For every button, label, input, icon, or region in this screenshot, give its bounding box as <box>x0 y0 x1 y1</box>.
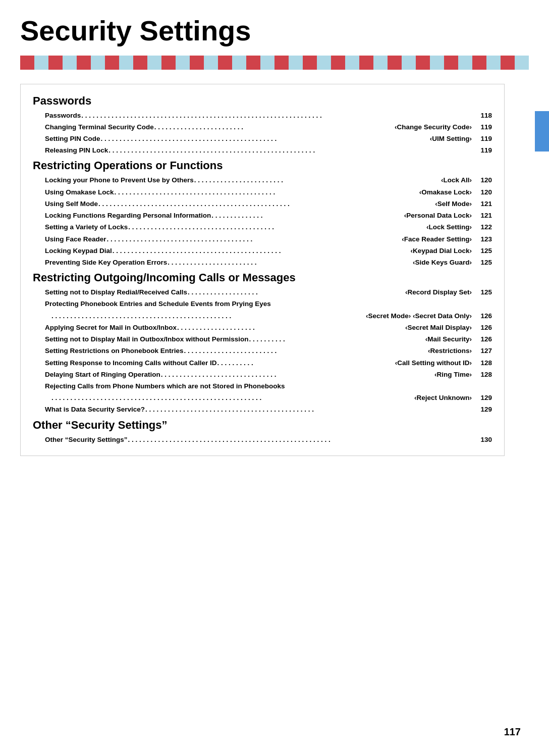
entry-label: Other “Security Settings” <box>45 434 128 445</box>
entry-label: Locking Keypad Dial <box>45 245 112 257</box>
entry-pagenum: 125 <box>472 245 492 257</box>
entry-tag: ‹Lock All› <box>441 174 472 186</box>
entry-label: Rejecting Calls from Phone Numbers which… <box>45 380 285 392</box>
main-content: Security Settings <box>0 0 535 756</box>
page-title: Security Settings <box>20 15 505 46</box>
entry-label: Locking your Phone to Prevent Use by Oth… <box>45 174 194 186</box>
entry-dots: . . . . . . . . . . . . . . . . . . . . … <box>128 221 426 233</box>
entry-label: Setting Response to Incoming Calls witho… <box>45 357 217 369</box>
passwords-entries: Passwords . . . . . . . . . . . . . . . … <box>33 110 492 157</box>
entry-pagenum: 127 <box>472 345 492 357</box>
checker-cell <box>486 56 501 70</box>
checker-cell <box>274 56 289 70</box>
toc-entry-change-security: Changing Terminal Security Code . . . . … <box>45 121 492 133</box>
checker-cell <box>176 56 190 70</box>
entry-pagenum: 129 <box>472 392 492 404</box>
toc-entry-side-keys: Preventing Side Key Operation Errors . .… <box>45 257 492 268</box>
entry-dots: . . . . . . . . . . . . . . . . . . . . … <box>194 174 441 186</box>
toc-entry-record-display: Setting not to Display Redial/Received C… <box>45 286 492 298</box>
toc-entry-mail-security: Setting not to Display Mail in Outbox/In… <box>45 333 492 345</box>
entry-tag: ‹Personal Data Lock› <box>404 210 472 221</box>
entry-pagenum: 126 <box>472 322 492 333</box>
toc-entry-pin-code: Setting PIN Code . . . . . . . . . . . .… <box>45 133 492 144</box>
entry-tag: ‹Mail Security› <box>425 333 472 345</box>
entry-dots: . . . . . . . . . . . . . . . . . . . . … <box>167 257 413 268</box>
toc-entry-reject-unknown: . . . . . . . . . . . . . . . . . . . . … <box>45 392 492 404</box>
section-other: Other “Security Settings” Other “Securit… <box>33 419 492 445</box>
entry-pagenum: 126 <box>472 333 492 345</box>
entry-pagenum: 128 <box>472 369 492 380</box>
entry-label: Setting Restrictions on Phonebook Entrie… <box>45 345 184 357</box>
toc-entry-personal-data: Locking Functions Regarding Personal Inf… <box>45 210 492 221</box>
entry-tag: ‹Secret Mode› ‹Secret Data Only› <box>366 310 472 322</box>
entry-pagenum: 121 <box>472 210 492 221</box>
section-heading-other: Other “Security Settings” <box>33 419 492 432</box>
toc-entry-ring-time: Delaying Start of Ringing Operation . . … <box>45 369 492 380</box>
entry-dots: . . . . . . . . . . . . . . . . . . . . … <box>184 345 428 357</box>
checker-cell <box>246 56 260 70</box>
entry-pagenum: 123 <box>472 233 492 245</box>
entry-dots: . . . . . . . . . . . . . . . . . . . . … <box>81 110 472 121</box>
checker-bar <box>20 56 505 70</box>
toc-entry-data-security: What is Data Security Service? . . . . .… <box>45 404 492 415</box>
checker-cell <box>388 56 402 70</box>
page-container: Security Settings <box>0 0 549 756</box>
checker-cell <box>63 56 77 70</box>
entry-label: Setting a Variety of Locks <box>45 221 128 233</box>
entry-dots: . . . . . . . . . . . . . . . . . . . . … <box>128 434 472 445</box>
entry-label: Using Face Reader <box>45 233 106 245</box>
entry-pagenum: 126 <box>472 310 492 322</box>
checker-cell <box>501 56 515 70</box>
entry-label: What is Data Security Service? <box>45 404 145 415</box>
checker-cell <box>472 56 486 70</box>
toc-entry-omakase: Using Omakase Lock . . . . . . . . . . .… <box>45 186 492 198</box>
entry-dots: . . . . . . . . . . . . . . . . . . . . … <box>51 392 414 404</box>
checker-cell <box>359 56 373 70</box>
checker-cell <box>34 56 48 70</box>
toc-entry-restrictions: Setting Restrictions on Phonebook Entrie… <box>45 345 492 357</box>
entry-tag: ‹Call Setting without ID› <box>395 357 472 369</box>
checker-cell <box>373 56 388 70</box>
checker-cell <box>218 56 232 70</box>
entry-tag: ‹Secret Mail Display› <box>405 322 472 333</box>
entry-tag: ‹Lock Setting› <box>426 221 472 233</box>
entry-pagenum: 118 <box>472 110 492 121</box>
section-restricting-ops: Restricting Operations or Functions Lock… <box>33 159 492 268</box>
entry-dots: . . . . . . . . . . . . . . . . . . . . … <box>108 144 472 156</box>
entry-pagenum: 121 <box>472 198 492 210</box>
checker-cell <box>48 56 63 70</box>
toc-entry-phonebook-protect: Protecting Phonebook Entries and Schedul… <box>45 298 492 310</box>
checker-cell <box>317 56 331 70</box>
toc-entry-other-security: Other “Security Settings” . . . . . . . … <box>45 434 492 445</box>
toc-entry-lock-all: Locking your Phone to Prevent Use by Oth… <box>45 174 492 186</box>
checker-cell <box>91 56 105 70</box>
checker-cell <box>77 56 91 70</box>
entry-label: Setting not to Display Redial/Received C… <box>45 286 187 298</box>
section-restricting-calls: Restricting Outgoing/Incoming Calls or M… <box>33 271 492 415</box>
entry-pagenum: 119 <box>472 133 492 144</box>
entry-label: Applying Secret for Mail in Outbox/Inbox <box>45 322 177 333</box>
entry-label: Delaying Start of Ringing Operation <box>45 369 160 380</box>
checker-cell <box>515 56 529 70</box>
checker-cell <box>402 56 416 70</box>
checker-cell <box>331 56 345 70</box>
toc-entry-reject-unknown-label: Rejecting Calls from Phone Numbers which… <box>45 380 492 392</box>
entry-pagenum: 120 <box>472 174 492 186</box>
entry-label: Using Self Mode <box>45 198 98 210</box>
entry-label: Releasing PIN Lock <box>45 144 108 156</box>
entry-label: Setting not to Display Mail in Outbox/In… <box>45 333 249 345</box>
checker-cell <box>147 56 161 70</box>
section-passwords: Passwords Passwords . . . . . . . . . . … <box>33 94 492 157</box>
entry-dots: . . . . . . . . . . . . . . . . . . . . … <box>51 310 366 322</box>
checker-cell <box>458 56 472 70</box>
checker-cell <box>260 56 274 70</box>
entry-tag: ‹Ring Time› <box>434 369 472 380</box>
entry-label: Setting PIN Code <box>45 133 100 144</box>
section-tab <box>535 111 549 152</box>
entry-label: Preventing Side Key Operation Errors <box>45 257 167 268</box>
toc-entry-pin-lock: Releasing PIN Lock . . . . . . . . . . .… <box>45 144 492 156</box>
entry-dots: . . . . . . . . . . <box>217 357 395 369</box>
calls-entries: Setting not to Display Redial/Received C… <box>33 286 492 415</box>
entry-pagenum: 128 <box>472 357 492 369</box>
entry-pagenum: 125 <box>472 286 492 298</box>
